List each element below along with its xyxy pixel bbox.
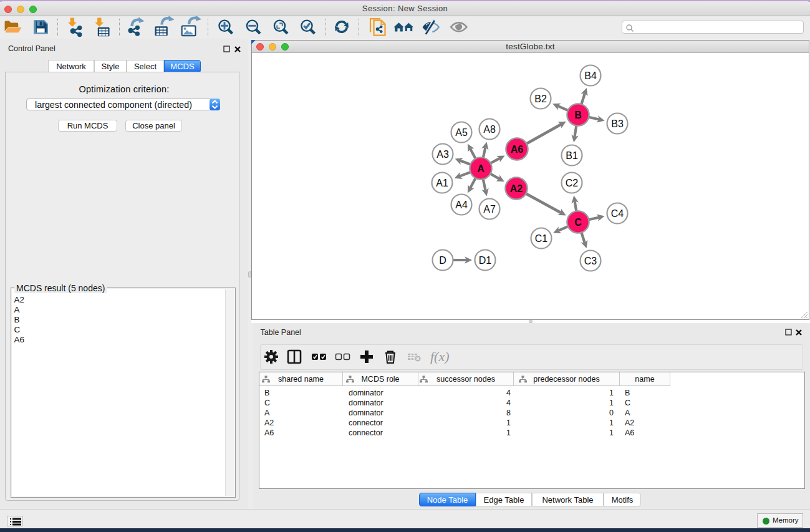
svg-text:A1: A1 [436,178,448,188]
svg-text:C1: C1 [535,233,548,244]
svg-text:A7: A7 [483,204,496,215]
svg-text:A6: A6 [511,144,524,155]
svg-text:A3: A3 [436,149,449,160]
svg-text:B3: B3 [611,118,624,129]
svg-text:C: C [574,217,582,228]
svg-text:B2: B2 [534,94,547,104]
svg-text:A4: A4 [455,200,468,210]
svg-text:A8: A8 [483,124,496,135]
svg-text:B: B [574,110,582,120]
svg-text:D: D [439,255,446,266]
svg-text:C2: C2 [566,178,579,188]
svg-text:B1: B1 [566,150,578,161]
svg-text:A: A [477,163,485,174]
svg-text:D1: D1 [479,255,492,266]
svg-text:A2: A2 [510,183,523,194]
svg-text:A5: A5 [455,127,468,138]
svg-text:B4: B4 [584,70,597,81]
svg-text:f(x): f(x) [430,349,450,364]
svg-text:C3: C3 [584,256,597,266]
svg-text:C4: C4 [611,208,624,219]
